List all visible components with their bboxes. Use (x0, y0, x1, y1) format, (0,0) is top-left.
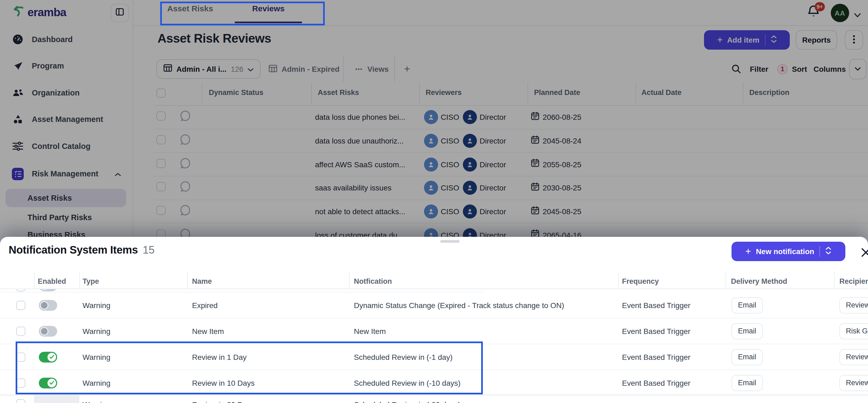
column-header[interactable]: Name (192, 277, 212, 285)
partial-table-row: Warning Review in 30 Days Scheduled Revi… (0, 394, 868, 403)
type-cell: Warning (83, 301, 110, 309)
column-header[interactable]: Delivery Method (731, 277, 787, 285)
chevron-updown-icon[interactable] (826, 247, 832, 256)
hovered-cell-background (34, 395, 79, 403)
row-checkbox[interactable] (16, 301, 25, 310)
frequency-cell: Event Based Trigger (622, 301, 690, 309)
recipients-chip[interactable]: Reviewers (839, 375, 868, 391)
notification-row[interactable]: Warning New Item New Item Event Based Tr… (0, 318, 868, 344)
column-header[interactable]: Enabled (38, 277, 66, 285)
type-cell: Warning (83, 327, 110, 335)
new-notification-button[interactable]: + New notification (732, 242, 845, 261)
frequency-cell: Event Based Trigger (622, 352, 690, 361)
enabled-toggle[interactable] (39, 326, 57, 336)
notification-system-panel: Notification System Items15 + New notifi… (0, 237, 868, 403)
enabled-toggle[interactable] (39, 300, 57, 310)
clipped-row-sliver (0, 289, 485, 292)
name-cell: Expired (192, 301, 218, 309)
enabled-rows-highlight-box (16, 341, 483, 394)
delivery-method-chip[interactable]: Email (732, 297, 763, 313)
recipients-chip[interactable]: Risk GRC (839, 323, 868, 339)
app-screen: eramba Dashboard Program (0, 0, 868, 403)
name-cell: Review in 30 Days (192, 400, 255, 403)
name-cell: New Item (192, 327, 224, 335)
tabs-highlight-box (160, 2, 325, 25)
delivery-method-chip[interactable]: Email (732, 375, 763, 391)
panel-count: 15 (143, 244, 155, 256)
button-divider (820, 246, 820, 257)
recipients-chip[interactable]: Reviewers (839, 349, 868, 365)
notification-cell: Scheduled Review in (-30 days) (354, 400, 460, 403)
recipients-chip[interactable]: Reviewers (839, 297, 868, 313)
plus-icon: + (745, 246, 751, 257)
panel-title-text: Notification System Items (9, 244, 138, 256)
frequency-cell: Event Based Trigger (622, 327, 690, 335)
column-header[interactable]: Type (83, 277, 99, 285)
notification-row[interactable]: Warning Expired Dynamic Status Change (E… (0, 292, 868, 318)
column-header[interactable]: Frequency (622, 277, 659, 285)
row-checkbox[interactable] (16, 327, 25, 336)
delivery-method-chip[interactable]: Email (732, 323, 763, 339)
notification-cell: Dynamic Status Change (Expired - Track s… (354, 301, 564, 309)
column-header[interactable]: Recipients (839, 277, 868, 285)
frequency-cell: Event Based Trigger (622, 378, 690, 387)
type-cell: Warning (83, 400, 110, 403)
close-icon[interactable] (859, 246, 868, 259)
column-header[interactable]: Notfication (354, 277, 392, 285)
panel-title: Notification System Items15 (9, 244, 155, 256)
row-checkbox[interactable] (16, 399, 25, 403)
delivery-method-chip[interactable]: Email (732, 349, 763, 365)
drag-handle[interactable] (440, 240, 460, 243)
new-notification-label: New notification (756, 247, 814, 256)
notification-cell: New Item (354, 327, 386, 335)
